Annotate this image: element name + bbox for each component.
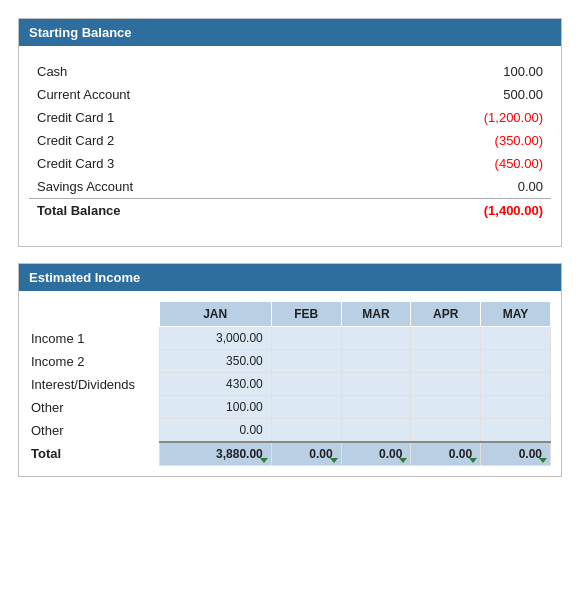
income-cell bbox=[271, 373, 341, 396]
balance-row: Cash100.00 bbox=[29, 60, 551, 83]
income-cell: 100.00 bbox=[159, 396, 271, 419]
income-total-label: Total bbox=[29, 442, 159, 466]
income-total-cell: 0.00 bbox=[411, 442, 481, 466]
balance-total-value: (1,400.00) bbox=[342, 199, 551, 223]
balance-row-value: (1,200.00) bbox=[342, 106, 551, 129]
income-row-label: Other bbox=[29, 396, 159, 419]
income-cell: 350.00 bbox=[159, 350, 271, 373]
income-cell bbox=[271, 396, 341, 419]
income-cell bbox=[481, 350, 551, 373]
income-row-label: Interest/Dividends bbox=[29, 373, 159, 396]
income-cell bbox=[481, 327, 551, 350]
income-row-label: Other bbox=[29, 419, 159, 443]
balance-total-row: Total Balance(1,400.00) bbox=[29, 199, 551, 223]
starting-balance-header: Starting Balance bbox=[19, 19, 561, 46]
income-cell bbox=[411, 396, 481, 419]
balance-row-label: Credit Card 2 bbox=[29, 129, 342, 152]
income-row-label: Income 1 bbox=[29, 327, 159, 350]
balance-row-value: (350.00) bbox=[342, 129, 551, 152]
balance-row-value: 0.00 bbox=[342, 175, 551, 199]
balance-row: Current Account500.00 bbox=[29, 83, 551, 106]
income-cell bbox=[341, 419, 411, 443]
balance-table: Cash100.00Current Account500.00Credit Ca… bbox=[29, 52, 551, 222]
balance-row-label: Savings Account bbox=[29, 175, 342, 199]
income-cell bbox=[341, 350, 411, 373]
income-total-cell: 0.00 bbox=[271, 442, 341, 466]
estimated-income-section: Estimated Income JANFEBMARAPRMAY Income … bbox=[18, 263, 562, 477]
income-cell bbox=[411, 327, 481, 350]
balance-row-label: Cash bbox=[29, 60, 342, 83]
income-cell: 430.00 bbox=[159, 373, 271, 396]
estimated-income-title: Estimated Income bbox=[29, 270, 140, 285]
balance-total-label: Total Balance bbox=[29, 199, 342, 223]
balance-row-value: 100.00 bbox=[342, 60, 551, 83]
income-col-month: APR bbox=[411, 302, 481, 327]
income-total-cell: 0.00 bbox=[481, 442, 551, 466]
estimated-income-header: Estimated Income bbox=[19, 264, 561, 291]
income-cell bbox=[411, 373, 481, 396]
starting-balance-title: Starting Balance bbox=[29, 25, 132, 40]
balance-row: Savings Account0.00 bbox=[29, 175, 551, 199]
income-cell bbox=[271, 350, 341, 373]
income-row: Other100.00 bbox=[29, 396, 551, 419]
income-col-month: MAY bbox=[481, 302, 551, 327]
income-cell bbox=[481, 396, 551, 419]
income-cell bbox=[481, 373, 551, 396]
income-cell bbox=[271, 327, 341, 350]
income-row: Interest/Dividends430.00 bbox=[29, 373, 551, 396]
balance-row-label: Credit Card 1 bbox=[29, 106, 342, 129]
balance-row-value: 500.00 bbox=[342, 83, 551, 106]
balance-row-value: (450.00) bbox=[342, 152, 551, 175]
balance-row-label: Credit Card 3 bbox=[29, 152, 342, 175]
balance-row: Credit Card 3(450.00) bbox=[29, 152, 551, 175]
income-cell: 3,000.00 bbox=[159, 327, 271, 350]
income-col-label bbox=[29, 302, 159, 327]
income-cell bbox=[341, 327, 411, 350]
income-col-month: FEB bbox=[271, 302, 341, 327]
income-cell: 0.00 bbox=[159, 419, 271, 443]
income-total-row: Total3,880.000.000.000.000.00 bbox=[29, 442, 551, 466]
income-cell bbox=[411, 350, 481, 373]
income-row: Income 13,000.00 bbox=[29, 327, 551, 350]
income-col-month: MAR bbox=[341, 302, 411, 327]
balance-row: Credit Card 2(350.00) bbox=[29, 129, 551, 152]
income-row-label: Income 2 bbox=[29, 350, 159, 373]
income-cell bbox=[341, 373, 411, 396]
income-cell bbox=[341, 396, 411, 419]
starting-balance-section: Starting Balance Cash100.00Current Accou… bbox=[18, 18, 562, 247]
balance-row: Credit Card 1(1,200.00) bbox=[29, 106, 551, 129]
income-col-month: JAN bbox=[159, 302, 271, 327]
income-cell bbox=[411, 419, 481, 443]
balance-row-label: Current Account bbox=[29, 83, 342, 106]
income-row: Income 2350.00 bbox=[29, 350, 551, 373]
income-row: Other0.00 bbox=[29, 419, 551, 443]
income-total-cell: 0.00 bbox=[341, 442, 411, 466]
income-cell bbox=[481, 419, 551, 443]
income-total-cell: 3,880.00 bbox=[159, 442, 271, 466]
income-cell bbox=[271, 419, 341, 443]
income-table: JANFEBMARAPRMAY Income 13,000.00Income 2… bbox=[29, 301, 551, 466]
